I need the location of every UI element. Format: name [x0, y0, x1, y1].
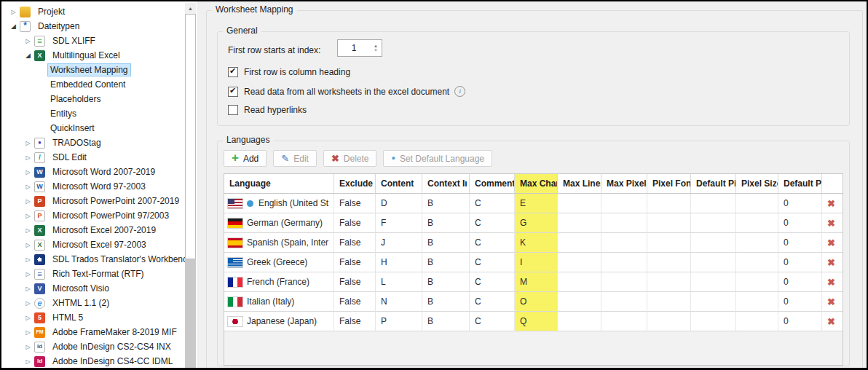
tree-item-label[interactable]: Worksheet Mapping: [47, 63, 131, 76]
cell-pixel-font[interactable]: [647, 253, 691, 272]
cell-default-pixel-size[interactable]: 0: [778, 312, 822, 331]
cell-pixel-font[interactable]: [647, 272, 691, 292]
cell-comment[interactable]: C: [470, 272, 515, 292]
language-cell[interactable]: English (United St: [224, 194, 334, 213]
collapsed-arrow-icon[interactable]: ▷: [22, 344, 34, 350]
collapsed-arrow-icon[interactable]: ▷: [7, 9, 20, 15]
sidebar-item-microsoft-visio[interactable]: ▷VMicrosoft Visio: [1, 281, 184, 296]
cell-comment[interactable]: C: [470, 233, 515, 253]
cell-max-char[interactable]: M: [515, 272, 558, 292]
cell-default-pixel-font[interactable]: [691, 253, 736, 272]
cell-default-pixel-font[interactable]: [691, 194, 736, 213]
sidebar-item-multilingual-excel[interactable]: ◢XMultilingual Excel: [1, 48, 184, 63]
delete-row-icon[interactable]: ✖: [827, 296, 835, 307]
tree-item-label[interactable]: XHTML 1.1 (2): [50, 296, 112, 310]
cell-context[interactable]: B: [422, 272, 470, 292]
tree-item-label[interactable]: SDL Trados Translator's Workbench: [50, 253, 195, 266]
cell-exclude[interactable]: False: [334, 292, 376, 312]
edit-button[interactable]: ✎Edit: [273, 150, 317, 167]
cell-max-lines[interactable]: [558, 233, 601, 253]
collapsed-arrow-icon[interactable]: ▷: [22, 154, 34, 161]
info-icon[interactable]: i: [454, 86, 465, 97]
collapsed-arrow-icon[interactable]: ▷: [22, 286, 34, 292]
cell-max-lines[interactable]: [558, 272, 601, 292]
cell-content[interactable]: L: [376, 272, 422, 292]
collapsed-arrow-icon[interactable]: ▷: [22, 213, 34, 219]
tree-item-label[interactable]: Adobe InDesign CS4-CC IDML: [50, 355, 175, 368]
column-header-content[interactable]: Content: [376, 174, 422, 194]
table-row[interactable]: Japanese (Japan)FalsePBCQ0✖: [224, 312, 843, 331]
expanded-arrow-icon[interactable]: ◢: [22, 52, 34, 59]
table-row[interactable]: Greek (Greece)FalseHBCI0✖: [224, 253, 843, 272]
cell-default-pixel-size[interactable]: 0: [778, 253, 822, 272]
sidebar-item-adobe-indesign-cs2-cs4-inx[interactable]: ▷IdAdobe InDesign CS2-CS4 INX: [1, 339, 184, 354]
cell-max-lines[interactable]: [558, 312, 601, 331]
cell-pixel-size[interactable]: [736, 292, 778, 312]
sidebar-item-microsoft-word-2007-2019[interactable]: ▷WMicrosoft Word 2007-2019: [1, 165, 184, 179]
collapsed-arrow-icon[interactable]: ▷: [22, 198, 34, 205]
tree-item-label[interactable]: Microsoft PowerPoint 2007-2019: [50, 194, 182, 208]
tree-item-label[interactable]: HTML 5: [50, 311, 86, 324]
sidebar-item-projekt[interactable]: ▷Projekt: [1, 4, 184, 19]
collapsed-arrow-icon[interactable]: ▷: [22, 271, 34, 278]
column-header-default-pi[interactable]: Default Pi: [778, 174, 822, 194]
tree-item-label[interactable]: Multilingual Excel: [50, 49, 123, 62]
table-row[interactable]: German (Germany)FalseFBCG0✖: [224, 213, 843, 233]
cell-pixel-size[interactable]: [736, 312, 778, 331]
scrollbar-track[interactable]: [185, 259, 196, 368]
sidebar-item-microsoft-powerpoint-2007-2019[interactable]: ▷PMicrosoft PowerPoint 2007-2019: [1, 194, 184, 208]
cell-content[interactable]: P: [376, 312, 422, 331]
cell-comment[interactable]: C: [470, 292, 515, 312]
delete-row-icon[interactable]: ✖: [827, 316, 835, 327]
column-header-exclude-ir[interactable]: Exclude Ir: [334, 174, 376, 194]
cell-default-pixel-font[interactable]: [691, 233, 736, 253]
collapsed-arrow-icon[interactable]: ▷: [22, 38, 34, 44]
collapsed-arrow-icon[interactable]: ▷: [22, 358, 34, 365]
cell-exclude[interactable]: False: [334, 272, 376, 292]
delete-row-icon[interactable]: ✖: [827, 257, 835, 268]
sidebar-item-sdl-trados-translator-s-workbench[interactable]: ▷SDL Trados Translator's Workbench: [1, 252, 184, 267]
cell-context[interactable]: B: [422, 312, 470, 331]
checked-checkbox[interactable]: [228, 87, 238, 97]
sidebar-item-microsoft-excel-2007-2019[interactable]: ▷XMicrosoft Excel 2007-2019: [1, 223, 184, 237]
cell-exclude[interactable]: False: [334, 253, 376, 272]
collapsed-arrow-icon[interactable]: ▷: [22, 184, 34, 190]
cell-default-pixel-font[interactable]: [691, 272, 736, 292]
sidebar-item-rich-text-format-rtf-[interactable]: ▷≡Rich Text-Format (RTF): [1, 267, 184, 281]
column-header-max-lines[interactable]: Max Lines: [558, 174, 601, 194]
cell-context[interactable]: B: [422, 253, 470, 272]
cell-exclude[interactable]: False: [334, 194, 376, 213]
cell-default-pixel-size[interactable]: 0: [778, 194, 822, 213]
cell-exclude[interactable]: False: [334, 233, 376, 253]
first-row-index-value[interactable]: 1: [338, 40, 370, 56]
scroll-up-icon[interactable]: ▲: [185, 3, 196, 14]
sidebar-item-xhtml-1-1-2-[interactable]: ▷eXHTML 1.1 (2): [1, 296, 184, 310]
column-header-max-pixel[interactable]: Max Pixel: [601, 174, 647, 194]
delete-button[interactable]: ✖Delete: [323, 150, 377, 167]
column-header-language[interactable]: Language: [224, 174, 334, 194]
sidebar-item-sdl-edit[interactable]: ▷/SDL Edit: [1, 150, 184, 165]
column-header-actions[interactable]: [822, 174, 843, 194]
cell-default-pixel-size[interactable]: 0: [778, 233, 822, 253]
table-row[interactable]: Italian (Italy)FalseNBCO0✖: [224, 292, 843, 312]
cell-max-pixel[interactable]: [601, 233, 647, 253]
sidebar-item-embedded-content[interactable]: Embedded Content: [1, 77, 184, 92]
cell-max-pixel[interactable]: [601, 194, 647, 213]
cell-max-pixel[interactable]: [601, 272, 647, 292]
cell-default-pixel-size[interactable]: 0: [778, 213, 822, 233]
column-header-default-pi[interactable]: Default Pi: [691, 174, 736, 194]
cell-pixel-size[interactable]: [736, 233, 778, 253]
tree-item-label[interactable]: Microsoft PowerPoint 97/2003: [50, 209, 172, 222]
language-cell[interactable]: Greek (Greece): [224, 253, 334, 272]
sidebar-item-adobe-framemaker-8-2019-mif[interactable]: ▷FMAdobe FrameMaker 8-2019 MIF: [1, 325, 184, 339]
sidebar-item-tradostag[interactable]: ▷●TRADOStag: [1, 135, 184, 150]
tree-item-label[interactable]: Rich Text-Format (RTF): [50, 267, 147, 280]
sidebar-item-adobe-indesign-cs4-cc-idml[interactable]: ▷IdAdobe InDesign CS4-CC IDML: [1, 354, 184, 369]
sidebar-item-microsoft-word-97-2003[interactable]: ▷WMicrosoft Word 97-2003: [1, 179, 184, 194]
language-cell[interactable]: Italian (Italy): [224, 292, 334, 312]
collapsed-arrow-icon[interactable]: ▷: [22, 169, 34, 176]
collapsed-arrow-icon[interactable]: ▷: [22, 300, 34, 307]
tree-item-label[interactable]: Projekt: [35, 5, 68, 18]
collapsed-arrow-icon[interactable]: ▷: [22, 315, 34, 321]
tree-item-label[interactable]: TRADOStag: [50, 136, 104, 149]
